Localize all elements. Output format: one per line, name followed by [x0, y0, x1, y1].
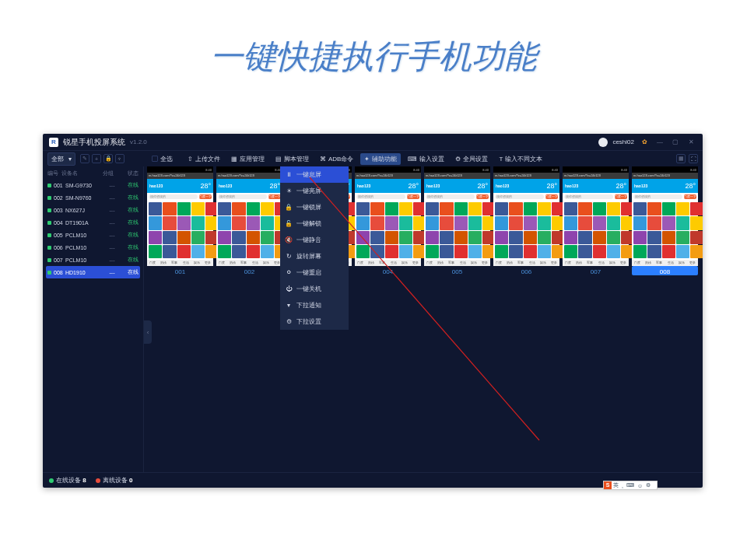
status-dot: [47, 271, 51, 275]
ime-toolbar[interactable]: S 英 , ⌨ ☺ ⚙: [603, 481, 658, 490]
status-dot: [47, 258, 51, 262]
edit-icon[interactable]: ✎: [80, 154, 89, 163]
app-icon: [163, 231, 176, 244]
phone-label[interactable]: 008: [632, 266, 698, 275]
phone-app-grid: [493, 201, 559, 260]
phone-label[interactable]: 002: [216, 266, 282, 275]
wifi-icon[interactable]: ᯤ: [115, 154, 124, 163]
group-filter-select[interactable]: 全部▾: [47, 152, 75, 166]
device-sidebar: 编号 设备名 分组 状态 001 SM-G9730 --- 在线 002 SM-…: [43, 166, 144, 472]
phone-tab: 生活: [527, 260, 538, 266]
ime-emoji-icon[interactable]: ☺: [636, 483, 644, 488]
menu-一键解锁[interactable]: 🔓一键解锁: [280, 215, 349, 232]
app-icon: [177, 231, 191, 244]
lock-icon[interactable]: 🔒: [103, 154, 113, 163]
device-row-001[interactable]: 001 SM-G9730 --- 在线: [46, 179, 140, 191]
app-icon: [593, 231, 606, 244]
app-icon: [356, 231, 370, 244]
app-icon: [468, 202, 482, 215]
phone-card-006[interactable]: 8:40 m.hao123.com/?z=2&t123 hao123 28° 搜…: [493, 166, 559, 275]
app-window: R 锐星手机投屏系统 v1.2.0 ceshi02 ✿ — ▢ ✕ 全部▾ ✎ …: [43, 134, 703, 488]
plus-icon[interactable]: +: [92, 154, 101, 163]
menu-一键亮屏[interactable]: ☀一键亮屏: [280, 183, 349, 199]
toolbar-ADB命令[interactable]: ⌘ADB命令: [316, 153, 357, 165]
menu-下拉通知[interactable]: ▾下拉通知: [280, 297, 349, 313]
app-icon: [647, 231, 661, 244]
device-group: ---: [103, 245, 121, 250]
menu-一键锁屏[interactable]: 🔒一键锁屏: [280, 199, 349, 215]
phone-statusbar: 8:40: [216, 166, 282, 173]
status-dot: [47, 196, 51, 200]
search-button: 百度一下: [199, 194, 212, 199]
select-all-checkbox[interactable]: [152, 156, 158, 162]
toolbar-全局设置[interactable]: ⚙全局设置: [451, 153, 492, 165]
toolbar-输入不同文本[interactable]: T输入不同文本: [495, 153, 546, 165]
avatar[interactable]: [598, 138, 608, 147]
phone-label[interactable]: 004: [355, 266, 421, 275]
phone-card-001[interactable]: 8:40 m.hao123.com/?z=2&t123 hao123 28° 搜…: [147, 166, 213, 275]
app-icon: [149, 231, 162, 244]
app-icon: [177, 216, 191, 229]
maximize-icon[interactable]: ▢: [670, 138, 681, 145]
phone-statusbar: 8:40: [147, 166, 213, 173]
device-row-004[interactable]: 004 DT1901A --- 在线: [46, 216, 140, 229]
toolbar-辅助功能[interactable]: ✦辅助功能: [360, 153, 401, 165]
phone-card-004[interactable]: 8:40 m.hao123.com/?z=2&t123 hao123 28° 搜…: [355, 166, 421, 275]
settings-icon[interactable]: ✿: [639, 138, 650, 145]
minimize-icon[interactable]: —: [654, 138, 665, 145]
app-icon: [593, 216, 606, 229]
menu-一键息屏[interactable]: ⏸一键息屏: [280, 166, 349, 183]
toolbar-脚本管理[interactable]: ▤脚本管理: [272, 153, 313, 165]
menu-icon: ▾: [285, 302, 293, 309]
phone-tab: 娱乐: [399, 260, 410, 266]
phone-tab: 更多: [202, 260, 213, 266]
toolbar-应用管理[interactable]: ▦应用管理: [227, 153, 268, 165]
chevron-down-icon: ▾: [68, 156, 72, 163]
app-icon: [607, 216, 620, 229]
phone-tab: 百度: [424, 260, 435, 266]
ime-lang[interactable]: 英: [612, 481, 620, 489]
expand-icon[interactable]: ⛶: [689, 154, 698, 163]
app-name: 锐星手机投屏系统: [63, 137, 125, 148]
app-icon: [607, 231, 620, 244]
phone-search-bar: 搜你想搜的 百度一下: [355, 193, 421, 201]
phone-tab: 百度: [563, 260, 573, 266]
menu-icon: ☀: [285, 187, 293, 194]
phone-tab: 百度: [147, 260, 158, 266]
app-icon: [662, 202, 675, 215]
phone-label[interactable]: 005: [424, 266, 490, 275]
phone-card-007[interactable]: 8:40 m.hao123.com/?z=2&t123 hao123 28° 搜…: [563, 166, 629, 275]
app-icon: [578, 216, 591, 229]
menu-一键关机[interactable]: ⏻一键关机: [280, 281, 349, 297]
app-icon: [676, 216, 689, 229]
device-row-002[interactable]: 002 SM-N9760 --- 在线: [46, 191, 140, 204]
col-group: 分组: [99, 170, 117, 177]
phone-label[interactable]: 001: [147, 266, 213, 275]
menu-label: 下拉设置: [296, 317, 321, 326]
device-row-003[interactable]: 003 NX627J --- 在线: [46, 204, 140, 216]
menu-旋转屏幕[interactable]: ↻旋转屏幕: [280, 248, 349, 264]
close-icon[interactable]: ✕: [686, 138, 696, 145]
device-row-006[interactable]: 006 PCLM10 --- 在线: [46, 241, 140, 254]
device-row-008[interactable]: 008 HD1910 --- 在线: [46, 266, 140, 278]
ime-settings-icon[interactable]: ⚙: [644, 482, 652, 488]
phone-card-008[interactable]: 8:40 m.hao123.com/?z=2&t123 hao123 28° 搜…: [632, 166, 698, 275]
app-icon: [676, 245, 689, 258]
device-row-005[interactable]: 005 PCLM10 --- 在线: [46, 229, 140, 241]
phone-statusbar: 8:40: [424, 166, 490, 173]
layout-icon[interactable]: ▦: [676, 154, 686, 163]
app-icon: [149, 202, 162, 215]
device-row-007[interactable]: 007 PCLM10 --- 在线: [46, 254, 140, 266]
menu-一键静音[interactable]: 🔇一键静音: [280, 232, 349, 248]
phone-label[interactable]: 007: [563, 266, 629, 275]
phone-label[interactable]: 006: [493, 266, 559, 275]
ime-keyboard-icon[interactable]: ⌨: [625, 482, 636, 488]
phone-card-005[interactable]: 8:40 m.hao123.com/?z=2&t123 hao123 28° 搜…: [424, 166, 490, 275]
toolbar-上传文件[interactable]: ⇧上传文件: [184, 153, 224, 165]
menu-下拉设置[interactable]: ⚙下拉设置: [280, 313, 349, 330]
menu-一键重启[interactable]: ⭘一键重启: [280, 264, 349, 281]
toolbar-输入设置[interactable]: ⌨输入设置: [404, 153, 448, 165]
phone-card-002[interactable]: 8:40 m.hao123.com/?z=2&t123 hao123 28° 搜…: [216, 166, 282, 275]
app-icon: [399, 216, 412, 229]
app-icon: [385, 216, 398, 229]
